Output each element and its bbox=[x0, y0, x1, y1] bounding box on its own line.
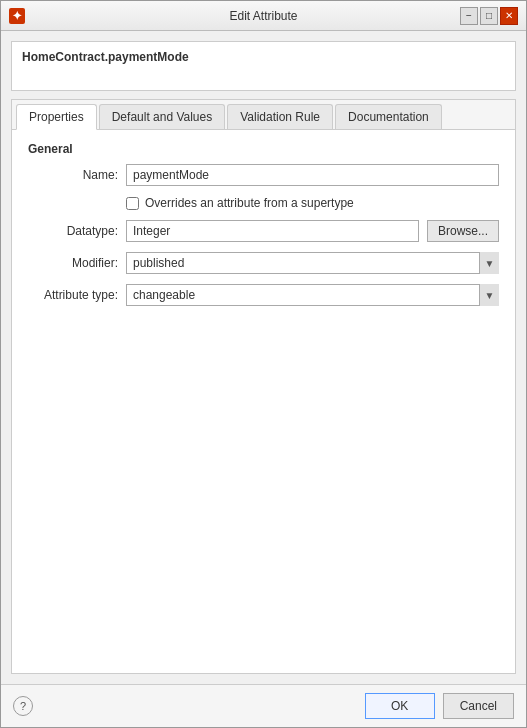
app-icon: ✦ bbox=[9, 8, 25, 24]
breadcrumb: HomeContract.paymentMode bbox=[11, 41, 516, 91]
minimize-button[interactable]: − bbox=[460, 7, 478, 25]
attribute-type-label: Attribute type: bbox=[28, 288, 118, 302]
help-button[interactable]: ? bbox=[13, 696, 33, 716]
close-button[interactable]: ✕ bbox=[500, 7, 518, 25]
window-title: Edit Attribute bbox=[229, 9, 297, 23]
attribute-type-row: Attribute type: changeable addOnly froze… bbox=[28, 284, 499, 306]
bottom-buttons: OK Cancel bbox=[365, 693, 514, 719]
bottom-bar: ? OK Cancel bbox=[1, 684, 526, 727]
name-input[interactable] bbox=[126, 164, 499, 186]
datatype-label: Datatype: bbox=[28, 224, 118, 238]
cancel-button[interactable]: Cancel bbox=[443, 693, 514, 719]
modifier-select[interactable]: published private protected public bbox=[126, 252, 499, 274]
datatype-input[interactable] bbox=[126, 220, 419, 242]
attribute-type-select-wrapper: changeable addOnly frozen ▼ bbox=[126, 284, 499, 306]
title-bar-left: ✦ bbox=[9, 8, 25, 24]
modifier-row: Modifier: published private protected pu… bbox=[28, 252, 499, 274]
name-row: Name: bbox=[28, 164, 499, 186]
attribute-type-select[interactable]: changeable addOnly frozen bbox=[126, 284, 499, 306]
modifier-label: Modifier: bbox=[28, 256, 118, 270]
modifier-select-wrapper: published private protected public ▼ bbox=[126, 252, 499, 274]
tab-validation-rule[interactable]: Validation Rule bbox=[227, 104, 333, 129]
title-bar: ✦ Edit Attribute − □ ✕ bbox=[1, 1, 526, 31]
tabs-bar: Properties Default and Values Validation… bbox=[12, 100, 515, 130]
breadcrumb-text: HomeContract.paymentMode bbox=[22, 50, 189, 64]
tab-documentation[interactable]: Documentation bbox=[335, 104, 442, 129]
window-content: HomeContract.paymentMode Properties Defa… bbox=[1, 31, 526, 684]
title-bar-controls: − □ ✕ bbox=[460, 7, 518, 25]
datatype-row: Datatype: Browse... bbox=[28, 220, 499, 242]
override-label: Overrides an attribute from a supertype bbox=[145, 196, 354, 210]
tab-content-properties: General Name: Overrides an attribute fro… bbox=[12, 130, 515, 673]
ok-button[interactable]: OK bbox=[365, 693, 435, 719]
browse-button[interactable]: Browse... bbox=[427, 220, 499, 242]
tab-default-values[interactable]: Default and Values bbox=[99, 104, 226, 129]
override-checkbox-row: Overrides an attribute from a supertype bbox=[126, 196, 499, 210]
edit-attribute-window: ✦ Edit Attribute − □ ✕ HomeContract.paym… bbox=[0, 0, 527, 728]
main-panel: Properties Default and Values Validation… bbox=[11, 99, 516, 674]
restore-button[interactable]: □ bbox=[480, 7, 498, 25]
override-checkbox[interactable] bbox=[126, 197, 139, 210]
section-general-label: General bbox=[28, 142, 499, 156]
name-label: Name: bbox=[28, 168, 118, 182]
tab-properties[interactable]: Properties bbox=[16, 104, 97, 130]
